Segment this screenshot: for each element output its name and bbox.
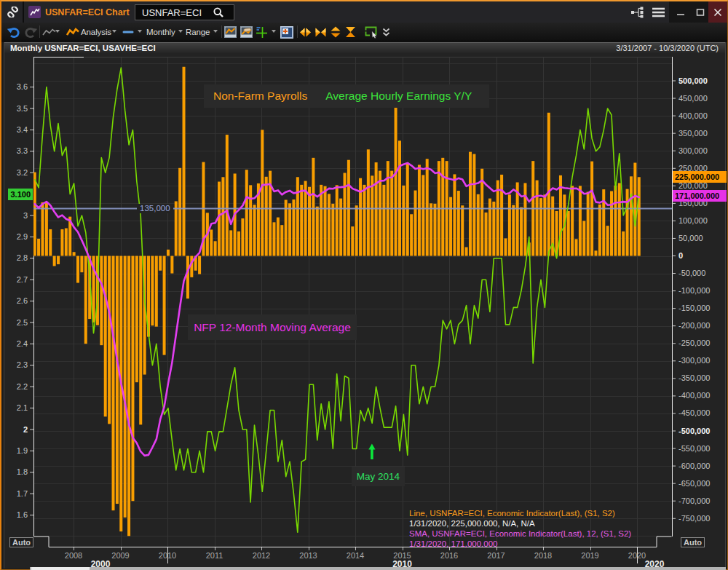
left-axis-label: 2.4 <box>17 340 28 348</box>
interval-button[interactable]: Monthly <box>146 23 175 41</box>
double-chevron-down-icon <box>382 28 390 37</box>
year-label: 2008 <box>65 552 82 560</box>
right-axis-label: -50,000 <box>678 269 705 277</box>
compress-horizontal-button[interactable] <box>314 23 327 41</box>
nfp-bars-part <box>159 256 162 271</box>
chevron-down-icon <box>112 30 116 33</box>
analysis-button[interactable]: Analysis <box>66 23 111 41</box>
chart-edit-button[interactable] <box>240 23 253 41</box>
nfp-bars-part <box>500 175 503 256</box>
right-axis-label: -200,000 <box>678 322 710 330</box>
nfp-bars-part <box>543 194 546 256</box>
legend-line-0: Line, USNFAR=ECI, Economic Indicator(Las… <box>409 508 631 518</box>
symbol-search-input[interactable] <box>135 7 208 18</box>
arrows-in-icon-part <box>316 28 321 32</box>
nfp-bars-part <box>127 256 130 537</box>
analysis-icon <box>66 28 79 37</box>
right-axis-label: -300,000 <box>678 357 710 365</box>
h-scrollbar-track[interactable] <box>30 567 726 570</box>
h-scrollbar-thumb[interactable] <box>31 567 90 570</box>
nfp-bars-part <box>277 218 280 256</box>
expand-vertical-button[interactable] <box>330 23 341 41</box>
nfp-bars-part <box>163 256 166 355</box>
nfp-bars-part <box>371 175 373 256</box>
nfp-bars-part <box>116 256 119 504</box>
search-icon[interactable] <box>213 7 224 18</box>
left-axis-auto-button[interactable]: Auto <box>9 537 33 547</box>
nfp-bars-part <box>351 226 354 256</box>
maximize-button[interactable] <box>692 1 708 23</box>
symbol-search-box[interactable] <box>135 4 234 20</box>
nfp-bars-part <box>280 225 283 256</box>
right-axis-label: 400,000 <box>678 112 708 120</box>
nfp-bars-part <box>76 256 79 283</box>
nfp-bars-part <box>422 175 424 256</box>
left-axis-label: 2.3 <box>17 361 28 369</box>
right-axis-label: 450,000 <box>678 95 708 103</box>
close-button[interactable] <box>708 1 727 23</box>
compress-vertical-button[interactable] <box>345 23 356 41</box>
crosshair-button[interactable] <box>256 23 267 41</box>
nfp-bars-part <box>155 256 158 327</box>
selection-rect-icon-part <box>366 31 371 35</box>
nfp-bars-part <box>339 199 342 256</box>
nfp-bars-part <box>430 203 432 256</box>
share-layout-icon-part <box>641 15 644 17</box>
line-style-button[interactable] <box>42 23 56 41</box>
nfp-bars-part <box>441 158 444 256</box>
plot-area[interactable]: 3.63.53.43.33.232.92.82.72.62.52.42.32.2… <box>4 42 726 567</box>
chart-hand-icon-part <box>244 28 251 32</box>
nfp-bars-part <box>100 256 103 346</box>
close-icon <box>713 8 722 17</box>
right-axis-label: 200,000 <box>678 182 708 190</box>
nfp-bars-part <box>505 238 507 256</box>
range-button[interactable]: Range <box>186 23 210 41</box>
minimize-button[interactable] <box>673 1 689 23</box>
chevron-down-icon <box>55 30 60 33</box>
year-label: 2014 <box>347 552 364 560</box>
undo-button[interactable] <box>7 23 21 41</box>
nfp-bars-part <box>57 256 60 265</box>
nfp-bars-part <box>265 177 268 256</box>
arrows-in-icon <box>314 27 327 38</box>
nfp-bars-part <box>520 207 523 256</box>
nfp-bars-part <box>496 181 499 256</box>
scroll-left-right-button[interactable] <box>299 23 312 41</box>
nfp-bars-part <box>539 198 542 256</box>
menu-button[interactable] <box>649 1 667 23</box>
nfp-bars-part <box>272 222 275 256</box>
chart-type-button[interactable] <box>224 23 237 41</box>
nfp-bars-part <box>108 256 111 424</box>
right-axis-badge: 225,000.000 <box>673 171 727 183</box>
arrows-updown-icon <box>330 26 341 38</box>
left-axis-label: 1.9 <box>17 447 28 455</box>
nfp-bars-part <box>226 135 229 256</box>
right-axis-label: -650,000 <box>678 480 710 488</box>
nfp-bars-part <box>80 256 83 273</box>
nfp-bars-part <box>395 108 397 256</box>
nfp-bars-part <box>402 186 405 256</box>
title-bar: USNFAR=ECI Chart <box>1 1 727 23</box>
chart-frame-icon <box>224 26 237 38</box>
maximize-icon <box>696 8 705 17</box>
right-axis-label: -450,000 <box>678 409 710 417</box>
maximize-icon-part <box>697 9 704 15</box>
hamburger-menu-icon-part <box>652 9 665 16</box>
redo-button[interactable] <box>23 23 38 41</box>
chart-panel: Monthly USNFAR=ECI, USAVHE=ECI 3/31/2007… <box>4 42 726 569</box>
link-button[interactable] <box>3 1 23 23</box>
nfp-bars-part <box>73 252 76 256</box>
line-swatch-icon <box>122 30 134 34</box>
share-layout-button[interactable] <box>628 1 646 23</box>
nfp-bars-part <box>575 239 578 256</box>
arrows-in-icon-part <box>321 28 326 32</box>
share-layout-icon-part <box>641 11 644 14</box>
more-tools-button[interactable] <box>382 23 390 41</box>
line-color-button[interactable] <box>122 23 134 41</box>
year-label: 2013 <box>299 552 317 560</box>
add-subchart-button[interactable] <box>280 23 293 41</box>
left-axis-label: 3.3 <box>17 147 28 155</box>
right-axis-auto-button[interactable]: Auto <box>681 537 705 547</box>
zoom-select-button[interactable] <box>365 23 379 41</box>
left-axis-badge: 3.100 <box>8 189 33 200</box>
